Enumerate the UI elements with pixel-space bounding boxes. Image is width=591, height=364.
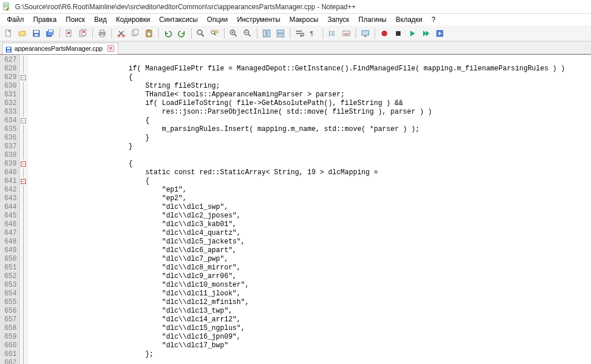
code-line[interactable]: "dlc\\dlc6_apart",: [29, 246, 591, 255]
fold-cell: [20, 298, 27, 307]
menu-item[interactable]: Файл: [2, 14, 29, 25]
fold-toggle-icon[interactable]: −: [21, 179, 26, 184]
fold-toggle-icon[interactable]: −: [21, 75, 26, 80]
code-line[interactable]: [29, 151, 591, 160]
save-all-icon[interactable]: [44, 27, 57, 40]
code-line[interactable]: };: [29, 350, 591, 359]
line-number-gutter: 6276286296306316326336346356366376386396…: [0, 55, 20, 364]
fold-toggle-icon[interactable]: −: [21, 162, 26, 167]
copy-icon[interactable]: [129, 27, 141, 40]
fold-cell: −: [20, 160, 27, 168]
menu-item[interactable]: Правка: [29, 14, 62, 25]
fold-guide: [23, 298, 24, 307]
code-line[interactable]: }: [29, 134, 591, 142]
menu-item[interactable]: Поиск: [61, 14, 89, 25]
menu-item[interactable]: Синтаксисы: [155, 14, 203, 25]
play-macro-icon[interactable]: [406, 27, 418, 40]
file-tab-active[interactable]: appearancesPartsManager.cpp ✕: [2, 43, 118, 54]
replace-icon[interactable]: [208, 27, 221, 40]
code-line[interactable]: {: [29, 73, 591, 82]
code-line[interactable]: String fileString;: [29, 82, 591, 91]
code-line[interactable]: if( ManagedFilePtr file = ManagedDepot::…: [29, 65, 591, 73]
play-multi-icon[interactable]: [420, 27, 432, 40]
line-number: 638: [0, 151, 19, 160]
code-line[interactable]: "dlc\\dlc1_swp",: [29, 203, 591, 212]
menu-item[interactable]: Вид: [89, 14, 111, 25]
paste-icon[interactable]: [143, 27, 155, 40]
toolbar-separator: [158, 28, 159, 39]
code-line[interactable]: "dlc\\dlc14_arr12",: [29, 316, 591, 324]
svg-rect-26: [263, 30, 266, 37]
menu-item[interactable]: Инструменты: [233, 14, 285, 25]
code-line[interactable]: "dlc\\dlc7_pwp",: [29, 255, 591, 264]
code-line[interactable]: {: [29, 177, 591, 186]
code-line[interactable]: "dlc\\dlc8_mirror",: [29, 264, 591, 272]
zoom-out-icon[interactable]: [241, 27, 254, 40]
code-line[interactable]: "dlc\\dlc15_ngplus",: [29, 324, 591, 333]
code-line[interactable]: "dlc\\dlc17_bwp": [29, 342, 591, 350]
new-file-icon[interactable]: [2, 27, 15, 40]
close-icon[interactable]: [63, 27, 76, 40]
fold-guide: [23, 246, 24, 255]
tab-close-button[interactable]: ✕: [107, 45, 114, 52]
code-line[interactable]: THandle< tools::AppearanceNamingParser >…: [29, 91, 591, 99]
fold-guide: [23, 350, 24, 359]
code-line[interactable]: [29, 359, 591, 364]
code-line[interactable]: "dlc\\dlc16_jpn09",: [29, 333, 591, 342]
open-file-icon[interactable]: [16, 27, 29, 40]
stop-macro-icon[interactable]: [392, 27, 405, 40]
svg-rect-40: [7, 50, 10, 52]
menu-item[interactable]: Плагины: [354, 14, 391, 25]
line-number: 659: [0, 333, 19, 342]
code-line[interactable]: "dlc\\dlc4_quartz",: [29, 229, 591, 238]
code-line[interactable]: {: [29, 117, 591, 125]
indent-guide-icon[interactable]: [326, 27, 339, 40]
code-line[interactable]: "dlc\\dlc10_monster",: [29, 281, 591, 290]
lang-icon[interactable]: ab: [340, 27, 353, 40]
zoom-in-icon[interactable]: [227, 27, 240, 40]
monitor-icon[interactable]: [359, 27, 372, 40]
menu-item[interactable]: ?: [427, 14, 440, 25]
menu-item[interactable]: Запуск: [323, 14, 354, 25]
fold-guide: [23, 316, 24, 324]
code-line[interactable]: if( LoadFileToString( file->GetAbsoluteP…: [29, 99, 591, 108]
toolbar-separator: [356, 28, 356, 39]
code-line[interactable]: "dlc\\dlc11_jlook",: [29, 290, 591, 298]
code-line[interactable]: [29, 56, 591, 65]
code-area[interactable]: if( ManagedFilePtr file = ManagedDepot::…: [28, 55, 591, 364]
show-all-chars-icon[interactable]: ¶: [307, 27, 320, 40]
code-line[interactable]: "ep1",: [29, 186, 591, 194]
code-line[interactable]: "dlc\\dlc13_twp",: [29, 307, 591, 316]
code-line[interactable]: "dlc\\dlc3_kab01",: [29, 220, 591, 229]
line-number: 642: [0, 186, 19, 194]
undo-icon[interactable]: [162, 27, 174, 40]
code-line[interactable]: "dlc\\dlc5_jackets",: [29, 238, 591, 246]
save-icon[interactable]: [30, 27, 43, 40]
close-all-icon[interactable]: [77, 27, 89, 40]
sync-v-icon[interactable]: [260, 27, 273, 40]
cut-icon[interactable]: [115, 27, 128, 40]
code-line[interactable]: res::json::ParseObjectInline( std::move(…: [29, 108, 591, 117]
code-line[interactable]: m_parsingRules.Insert( mapping.m_name, s…: [29, 125, 591, 134]
code-line[interactable]: "dlc\\dlc12_mfinish",: [29, 298, 591, 307]
find-icon[interactable]: [194, 27, 207, 40]
code-line[interactable]: "dlc\\dlc9_arr06",: [29, 272, 591, 281]
redo-icon[interactable]: [175, 27, 188, 40]
code-line[interactable]: }: [29, 142, 591, 151]
wrap-icon[interactable]: [293, 27, 306, 40]
menu-item[interactable]: Макросы: [285, 14, 323, 25]
menu-item[interactable]: Кодировки: [111, 14, 155, 25]
fold-toggle-icon[interactable]: −: [21, 118, 26, 123]
code-line[interactable]: "dlc\\dlc2_jposes",: [29, 212, 591, 220]
code-line[interactable]: static const red::StaticArray< String, 1…: [29, 168, 591, 177]
toolbar-separator: [59, 28, 60, 39]
code-line[interactable]: "ep2",: [29, 194, 591, 203]
menu-item[interactable]: Опции: [203, 14, 233, 25]
menu-item[interactable]: Вкладки: [391, 14, 427, 25]
record-macro-icon[interactable]: [378, 27, 391, 40]
code-line[interactable]: {: [29, 160, 591, 168]
fold-guide: [23, 229, 24, 238]
print-icon[interactable]: [96, 27, 109, 40]
sync-h-icon[interactable]: [274, 27, 287, 40]
save-macro-icon[interactable]: [433, 27, 446, 40]
